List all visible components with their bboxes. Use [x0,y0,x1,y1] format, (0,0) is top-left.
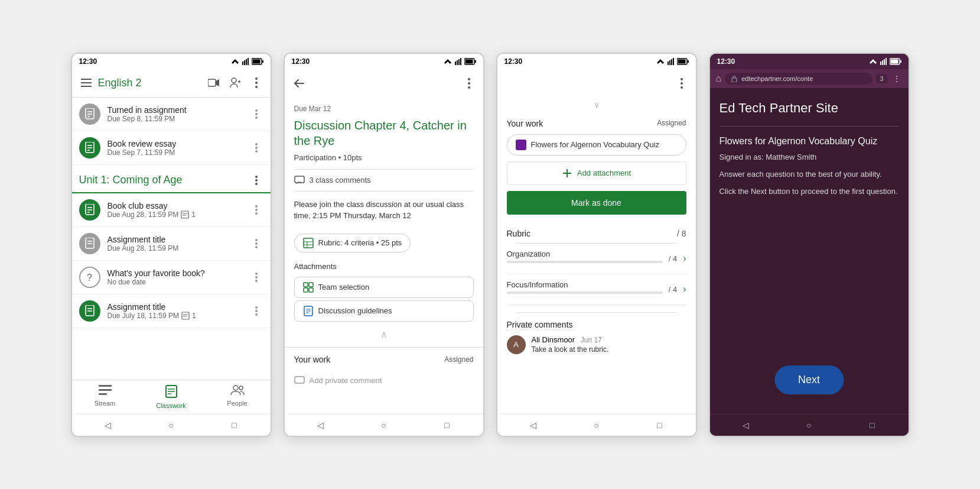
description2: Click the Next button to proceed to the … [719,186,899,198]
svg-point-32 [255,150,258,153]
home-btn[interactable]: ○ [377,419,389,431]
svg-point-16 [255,77,258,80]
scroll-indicator: ∧ [285,324,483,345]
nav-classwork[interactable]: Classwork [138,380,204,414]
list-item[interactable]: Assignment title Due Aug 28, 11:59 PM [72,227,271,261]
home-browser-icon[interactable]: ⌂ [716,73,722,84]
more-vert-icon[interactable] [249,270,263,284]
comment-icon [294,376,305,386]
rubric-name: Organization [507,250,663,258]
recents-btn[interactable]: □ [441,419,452,431]
screen3-time: 12:30 [504,57,523,66]
svg-rect-3 [246,59,247,65]
battery-icon [252,58,263,65]
recents-btn[interactable]: □ [866,419,878,431]
screen3-status-bar: 12:30 [497,54,696,69]
svg-point-34 [255,179,258,182]
video-icon[interactable] [207,76,221,90]
mark-done-label: Mark as done [571,198,621,208]
svg-rect-113 [880,61,881,65]
your-work-section: Your work Assigned Flowers for Algernon … [497,112,696,222]
svg-rect-77 [458,59,460,65]
mark-done-btn[interactable]: Mark as done [507,191,686,215]
add-comment-row[interactable]: Add private comment [285,371,483,390]
more-vert-icon[interactable] [249,141,263,155]
item-icon-green [79,300,100,322]
tab-count[interactable]: 3 [876,74,887,83]
battery-icon [890,58,901,65]
nav-people[interactable]: People [204,380,271,414]
back-btn[interactable]: ◁ [102,419,114,431]
svg-point-17 [255,82,258,84]
comment-icon [294,176,305,185]
rubric-bar [507,261,663,263]
item-text: Book club essay Due Aug 28, 11:59 PM 1 [108,201,249,219]
person-add-icon[interactable] [228,76,242,90]
svg-rect-100 [668,61,669,65]
browser-more-icon[interactable]: ⋮ [891,73,903,85]
vocab-quiz-chip[interactable]: Flowers for Algernon Vocabulary Quiz [507,134,686,156]
list-item[interactable]: ? What's your favorite book? No due date [72,261,271,294]
attachment-team-selection[interactable]: Team selection [294,277,474,298]
attachment-discussion-guidelines[interactable]: Discussion guidelines [294,300,474,322]
people-label: People [227,400,247,407]
more-vert-icon[interactable] [249,107,263,121]
back-btn[interactable]: ◁ [315,419,327,431]
more-vert-icon[interactable] [249,203,263,217]
svg-point-44 [255,209,258,211]
home-btn[interactable]: ○ [803,419,815,431]
due-date: Due Mar 12 [285,98,483,115]
more-vert-icon[interactable] [249,173,263,187]
more-vert-icon[interactable] [249,237,263,251]
wifi-icon [443,58,452,65]
list-item[interactable]: Book review essay Due Sep 7, 11:59 PM [72,131,271,165]
chevron-right-icon: › [683,253,686,264]
svg-point-49 [255,239,258,241]
rubric-row-focus[interactable]: Focus/Information / 4 › [507,274,686,305]
screen1-status-bar: 12:30 [72,54,271,69]
commenter-avatar: A [507,335,526,354]
rubric-row-organization[interactable]: Organization / 4 › [507,244,686,274]
more-vert-icon[interactable] [249,76,263,90]
svg-rect-93 [309,288,313,292]
attachment-name: Team selection [318,283,370,292]
back-btn[interactable]: ◁ [528,419,539,431]
signal-icon [242,58,249,65]
browser-url-box[interactable]: edtechpartner.com/conte [725,73,872,85]
home-btn[interactable]: ○ [590,419,602,431]
list-item[interactable]: Book club essay Due Aug 28, 11:59 PM 1 [72,193,271,227]
svg-rect-9 [81,82,92,83]
svg-point-24 [255,113,258,115]
add-attachment-btn[interactable]: Add attachment [507,161,686,185]
svg-rect-59 [182,312,189,319]
nav-stream[interactable]: Stream [72,380,138,414]
more-vert-icon[interactable] [462,76,476,90]
home-btn[interactable]: ○ [165,419,177,431]
browser-url: edtechpartner.com/conte [741,75,813,82]
screen2-status-icons [443,58,476,65]
battery-icon [464,58,476,65]
recents-btn[interactable]: □ [228,419,240,431]
rubric-score: / 4 [669,254,677,263]
screen2-app-bar [285,69,483,98]
list-item[interactable]: Assignment title Due July 18, 11:59 PM 1 [72,294,271,328]
svg-point-54 [255,276,258,278]
hamburger-icon[interactable] [79,76,93,90]
more-vert-icon[interactable] [249,304,263,318]
comment-author: Ali Dinsmoor Jun 17 [532,335,609,344]
next-button[interactable]: Next [774,365,844,394]
svg-point-82 [468,78,470,80]
list-item[interactable]: Turned in assignment Due Sep 8, 11:59 PM [72,98,271,131]
quiz-name: Flowers for Algernon Vocabulary Quiz [531,140,660,149]
item-text: What's your favorite book? No due date [108,268,249,286]
back-icon[interactable] [292,76,306,90]
quiz-title: Flowers for Algernon Vocabulary Quiz [719,136,899,147]
screen3-app-bar [497,69,696,98]
item-title: Book club essay [108,201,249,211]
rubric-chip[interactable]: Rubric: 4 criteria • 25 pts [294,234,411,252]
rubric-item-org: Organization [507,250,663,268]
recents-btn[interactable]: □ [653,419,665,431]
wifi-icon [230,58,240,65]
more-vert-icon[interactable] [675,76,689,90]
back-btn[interactable]: ◁ [740,419,752,431]
